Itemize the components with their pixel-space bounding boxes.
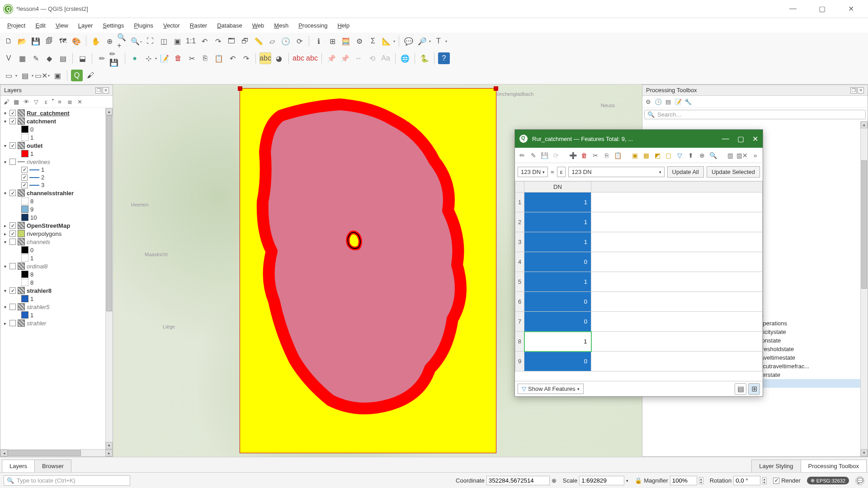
save-edits-icon[interactable]: 💾 <box>540 150 549 160</box>
visibility-checkbox[interactable] <box>9 239 16 245</box>
layer-Rur_catchment[interactable]: Rur_catchment <box>1 109 104 117</box>
legend-item[interactable]: 8 <box>1 278 104 286</box>
legend-item[interactable]: 1 <box>1 133 104 141</box>
rot-up[interactable]: ▴ <box>763 478 766 481</box>
legend-item[interactable]: 8 <box>1 270 104 278</box>
attr-titlebar[interactable]: Rur_catchment — Features Total: 9, ... —… <box>515 130 763 148</box>
new-field-icon[interactable]: ▥ <box>726 150 735 160</box>
table-row[interactable]: 40 <box>515 252 763 272</box>
coord-input[interactable] <box>486 476 550 485</box>
layers-hscroll[interactable]: ◂ ▸ <box>0 449 113 456</box>
zoom-next-icon[interactable]: ↷ <box>212 35 224 47</box>
legend-item[interactable]: 1 <box>1 295 104 303</box>
add-raster-icon[interactable]: ▦ <box>16 52 28 64</box>
measure-icon[interactable]: 📏 <box>253 35 264 47</box>
rotation-input[interactable] <box>733 476 760 485</box>
identify-icon[interactable]: ℹ <box>313 35 325 47</box>
row-number[interactable]: 9 <box>515 352 524 371</box>
layer-ordinal8[interactable]: ordinal8 <box>1 262 104 270</box>
cell-dn[interactable]: 1 <box>524 192 591 212</box>
cell-dn[interactable]: 0 <box>524 352 591 371</box>
show-labels-icon[interactable]: abc <box>292 52 304 64</box>
expression-button[interactable]: ε <box>557 167 566 177</box>
table-row[interactable]: 11 <box>515 192 763 212</box>
render-checkbox[interactable] <box>773 478 779 484</box>
tab-processing-toolbox[interactable]: Processing Toolbox <box>801 460 867 472</box>
menu-web[interactable]: Web <box>248 20 269 31</box>
new-vector-icon[interactable]: ✎ <box>30 52 42 64</box>
toolbox-vscroll[interactable]: ▴ ▾ <box>860 121 868 456</box>
lock-icon[interactable]: 🔒 <box>635 477 642 484</box>
delete-selected-icon[interactable]: 🗑 <box>172 52 184 64</box>
chevron-icon[interactable] <box>2 264 8 269</box>
add-group-icon[interactable]: ▦ <box>12 98 20 106</box>
legend-item[interactable]: 1 <box>1 150 104 158</box>
tab-layer-styling[interactable]: Layer Styling <box>751 460 801 472</box>
visibility-checkbox[interactable] <box>9 222 16 229</box>
metasearch-icon[interactable]: 🌐 <box>399 52 411 64</box>
layer-strahler[interactable]: strahler <box>1 319 104 327</box>
chevron-icon[interactable] <box>2 239 8 244</box>
menu-project[interactable]: Project <box>3 20 30 31</box>
save-edits-icon[interactable]: ✏💾 <box>109 52 121 64</box>
modify-attr-icon[interactable]: 📝 <box>159 52 170 64</box>
save-as-icon[interactable]: 🗐 <box>43 35 55 47</box>
layer-channelsstrahler[interactable]: channelsstrahler <box>1 189 104 197</box>
layer-style-icon[interactable]: 🖌 <box>2 98 10 106</box>
row-number[interactable]: 6 <box>515 292 524 312</box>
cell-dn[interactable]: 1 <box>524 272 591 292</box>
visibility-checkbox[interactable] <box>21 174 28 181</box>
layer-outlet[interactable]: outlet <box>1 141 104 150</box>
menu-plugins[interactable]: Plugins <box>129 20 158 31</box>
annotation-icon[interactable]: 🔎 <box>416 35 428 47</box>
pan-icon[interactable]: ✋ <box>90 35 102 47</box>
statistics-icon[interactable]: Σ <box>367 35 379 47</box>
change-label-icon[interactable]: Aa <box>380 52 392 64</box>
copy-icon[interactable]: ⎘ <box>199 52 211 64</box>
save-project-icon[interactable]: 💾 <box>30 35 42 47</box>
messages-icon[interactable]: 💬 <box>855 476 864 485</box>
new-gpkg-icon[interactable]: ◆ <box>43 52 55 64</box>
panel-float-icon[interactable]: ❐ <box>850 87 857 94</box>
menu-vector[interactable]: Vector <box>159 20 184 31</box>
update-selected-button[interactable]: Update Selected <box>707 166 760 178</box>
visibility-checkbox[interactable] <box>9 142 16 149</box>
chevron-icon[interactable] <box>2 231 8 236</box>
chevron-icon[interactable] <box>2 119 8 124</box>
zoom-to-icon[interactable]: 🔍 <box>708 150 718 160</box>
field-calc-icon[interactable]: 🧮 <box>340 35 352 47</box>
visibility-checkbox[interactable] <box>9 230 16 237</box>
filter-icon[interactable]: ▽ <box>675 150 684 160</box>
menu-settings[interactable]: Settings <box>98 20 128 31</box>
legend-item[interactable]: 10 <box>1 213 104 221</box>
layers-vscroll[interactable]: ▴ ▾ <box>105 108 113 449</box>
toggle-extents-icon[interactable]: ⊗ <box>552 477 557 484</box>
legend-item[interactable]: 0 <box>1 125 104 133</box>
multiedit-icon[interactable]: ✎ <box>529 150 538 160</box>
reload-icon[interactable]: ⟳ <box>551 150 561 160</box>
expand-all-icon[interactable]: ≡ <box>56 98 64 106</box>
attribute-table-window[interactable]: Rur_catchment — Features Total: 9, ... —… <box>514 129 763 397</box>
chevron-icon[interactable] <box>2 191 8 196</box>
zoom-selection-icon[interactable]: ◫ <box>158 35 170 47</box>
toggle-edit-icon[interactable]: ✏ <box>518 150 527 160</box>
new-project-icon[interactable]: 🗋 <box>3 35 14 47</box>
open-project-icon[interactable]: 📂 <box>16 35 28 47</box>
magnifier-input[interactable] <box>670 476 697 485</box>
add-feature-icon[interactable]: ➕ <box>568 150 578 160</box>
visibility-checkbox[interactable] <box>9 110 16 116</box>
field-select-right[interactable]: 123 DN▾ <box>568 167 664 177</box>
toolbox-options-icon[interactable]: 🔧 <box>684 98 692 106</box>
toolbox-search[interactable]: 🔍 Search… <box>644 110 866 119</box>
chevron-icon[interactable] <box>2 143 8 148</box>
attr-minimize-button[interactable]: — <box>722 135 729 143</box>
chevron-icon[interactable] <box>2 223 8 228</box>
zoom-last-icon[interactable]: ↶ <box>198 35 210 47</box>
tab-layers[interactable]: Layers <box>2 460 35 472</box>
refresh-icon[interactable]: ⟳ <box>293 35 305 47</box>
layer-catchment[interactable]: catchment <box>1 117 104 125</box>
table-row[interactable]: 31 <box>515 232 763 252</box>
select-all-icon[interactable]: ▣ <box>52 70 63 81</box>
update-all-button[interactable]: Update All <box>667 166 704 178</box>
chevron-icon[interactable] <box>2 160 8 164</box>
